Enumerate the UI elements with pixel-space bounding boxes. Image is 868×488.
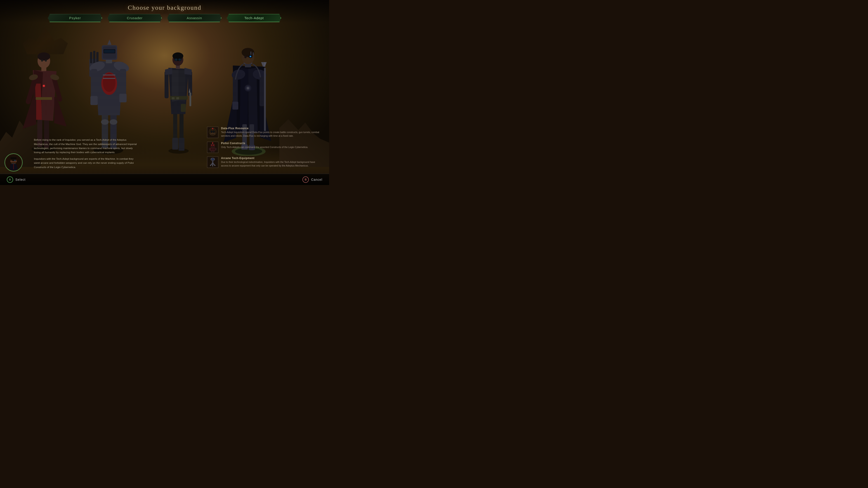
info-panel: Before rising to the rank of Inquisitor,… (11, 138, 138, 171)
ability-desc-psiloi: Only Tech-Adepts can command the assorte… (221, 145, 308, 149)
svg-point-110 (12, 160, 14, 161)
svg-point-112 (15, 160, 16, 161)
cancel-label: Cancel (311, 178, 322, 182)
a-button-icon: A (7, 176, 13, 183)
tab-crusader[interactable]: Crusader (107, 14, 162, 22)
svg-point-123 (213, 131, 214, 132)
svg-rect-109 (11, 157, 17, 159)
svg-point-122 (211, 131, 212, 132)
avatar-portrait (6, 155, 22, 170)
ability-title-arcane-tech: Arcane Tech-Equipment (221, 157, 320, 160)
b-button-icon: B (303, 176, 309, 183)
svg-point-152 (211, 158, 212, 159)
svg-rect-135 (213, 148, 215, 151)
ability-psiloi: Psiloi Constructs Only Tech-Adepts can c… (207, 142, 320, 153)
ability-desc-data-flux: Tech-Adept Inquisitors spend Data-Flux p… (221, 131, 320, 138)
svg-rect-134 (211, 148, 213, 151)
svg-rect-136 (209, 148, 210, 151)
ability-icon-arcane-tech (207, 157, 218, 168)
cancel-button[interactable]: B Cancel (303, 176, 322, 183)
description-para1: Before rising to the rank of Inquisitor,… (34, 138, 138, 155)
ability-icon-psiloi (207, 142, 218, 153)
arcane-tech-icon-svg (208, 157, 218, 167)
ability-arcane-tech: Arcane Tech-Equipment Due to their techn… (207, 157, 320, 168)
ability-icon-data-flux (207, 127, 218, 138)
svg-rect-119 (210, 133, 215, 134)
ability-text-psiloi: Psiloi Constructs Only Tech-Adepts can c… (221, 142, 308, 149)
data-flux-icon-svg (208, 127, 218, 138)
page-title: Choose your background (0, 0, 329, 14)
avatar (4, 153, 23, 171)
select-label: Select (16, 178, 26, 182)
svg-point-153 (214, 158, 215, 159)
svg-point-141 (212, 142, 213, 143)
select-button[interactable]: A Select (7, 176, 26, 183)
description-para2: Inquisitors with the Tech-Adept backgrou… (34, 157, 138, 169)
svg-rect-131 (211, 145, 212, 145)
ability-text-arcane-tech: Arcane Tech-Equipment Due to their techn… (221, 157, 320, 168)
svg-rect-137 (215, 148, 217, 151)
svg-rect-139 (213, 151, 215, 152)
ability-text-data-flux: Data-Flux Resource Tech-Adept Inquisitor… (221, 127, 320, 138)
svg-point-155 (213, 159, 213, 160)
ability-title-data-flux: Data-Flux Resource (221, 127, 320, 130)
avatar-inner (6, 155, 22, 170)
psiloi-icon-svg (208, 142, 218, 153)
tab-psyker[interactable]: Psyker (48, 14, 102, 22)
character-tabs: Psyker Crusader Assassin Tech-Adept (0, 14, 329, 22)
ability-title-psiloi: Psiloi Constructs (221, 142, 308, 145)
ui-overlay: Choose your background Psyker Crusader A… (0, 0, 329, 185)
info-text-area: Before rising to the rank of Inquisitor,… (34, 138, 138, 169)
tab-assassin[interactable]: Assassin (167, 14, 221, 22)
bottom-bar: A Select B Cancel (0, 174, 329, 185)
abilities-panel: Data-Flux Resource Tech-Adept Inquisitor… (207, 127, 320, 171)
ability-desc-arcane-tech: Due to their technological indoctrinatio… (221, 160, 320, 168)
tab-tech-adept[interactable]: Tech-Adept (227, 14, 281, 22)
ability-data-flux: Data-Flux Resource Tech-Adept Inquisitor… (207, 127, 320, 138)
svg-rect-138 (211, 151, 213, 152)
svg-rect-132 (213, 145, 214, 145)
